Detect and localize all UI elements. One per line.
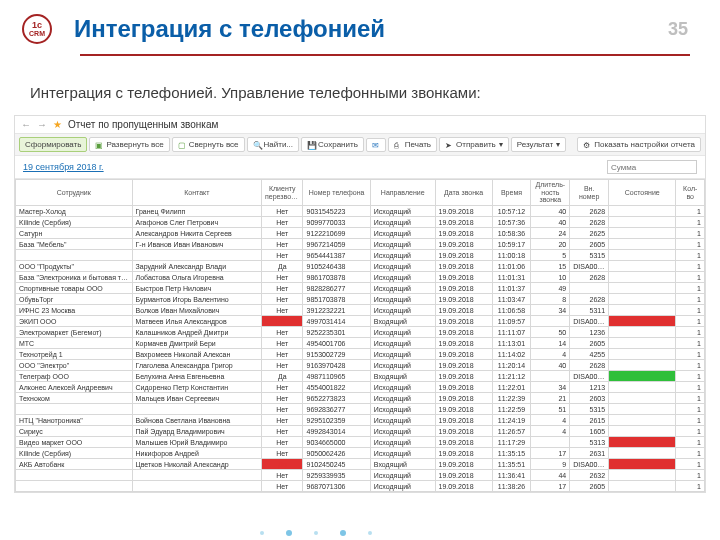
cell: 9153002729 (303, 349, 370, 360)
cell: Цветков Николай Александр (132, 459, 262, 470)
mail-button[interactable]: ✉ (366, 138, 386, 152)
result-button[interactable]: Результат ▾ (511, 137, 566, 152)
table-row[interactable]: Телеграф ОООБелухина Анна ЕвгеньевнаДа49… (16, 371, 705, 382)
logo: 1c CRM (22, 14, 52, 44)
table-row[interactable]: НТЦ "Нанотроника"Войнова Светлана Иванов… (16, 415, 705, 426)
cell: 1 (676, 360, 705, 371)
cell: 9034665000 (303, 437, 370, 448)
table-row[interactable]: Технотрейд 1Вахромеев Николай АлексанНет… (16, 349, 705, 360)
cell (609, 250, 676, 261)
cell: 19.09.2018 (435, 283, 492, 294)
table-row[interactable]: Мастер-ХолодГранец ФилиппНет9031545223Ис… (16, 206, 705, 217)
cell: Исходящий (370, 470, 435, 481)
cell: Глаголева Александра Григор (132, 360, 262, 371)
cell (609, 448, 676, 459)
table-row[interactable]: Нет9654441387Исходящий19.09.201811:00:18… (16, 250, 705, 261)
table-row[interactable]: ИФНС 23 МоскваВолков Иван МихайловичНет3… (16, 305, 705, 316)
collapse-all-button[interactable]: ▢Свернуть все (172, 137, 245, 152)
table-row[interactable]: АКБ АвтобанкЦветков Николай АлександрДа9… (16, 459, 705, 470)
cell: 3912232221 (303, 305, 370, 316)
cell: 2605 (570, 338, 609, 349)
cell: 11:24:19 (492, 415, 531, 426)
form-button[interactable]: Сформировать (19, 137, 87, 152)
table-row[interactable]: База "Мебель"Г-н Иванов Иван ИвановичНет… (16, 239, 705, 250)
cell: 9295102359 (303, 415, 370, 426)
table-row[interactable]: Kilinde (Сербия)Никифоров АндрейНет90500… (16, 448, 705, 459)
forward-icon[interactable]: → (37, 119, 47, 130)
back-icon[interactable]: ← (21, 119, 31, 130)
cell: Исходящий (370, 261, 435, 272)
table-row[interactable]: СириусПай Эдуард ВладимировичНет49928430… (16, 426, 705, 437)
save-button[interactable]: 💾Сохранить (301, 137, 364, 152)
cell (609, 305, 676, 316)
table-row[interactable]: Электромаркет (Бегемот)Калашников Андрей… (16, 327, 705, 338)
cell: 11:22:39 (492, 393, 531, 404)
find-button[interactable]: 🔍Найти... (247, 137, 300, 152)
table-row[interactable]: База "Электроника и бытовая техника"Лоба… (16, 272, 705, 283)
cell: 34 (531, 382, 570, 393)
cell: 1 (676, 470, 705, 481)
cell: Да (262, 459, 303, 470)
cell: Исходящий (370, 228, 435, 239)
cell (531, 371, 570, 382)
col-callback: Клиенту перезвонили (262, 180, 303, 206)
table-row[interactable]: Видео маркет ОООМалышев Юрий ВладимироНе… (16, 437, 705, 448)
table-row[interactable]: Kilinde (Сербия)Агафонов Слег ПетровичНе… (16, 217, 705, 228)
cell: Пай Эдуард Владимирович (132, 426, 262, 437)
cell: DISA0001 (570, 459, 609, 470)
cell: 19.09.2018 (435, 250, 492, 261)
show-settings-button[interactable]: ⚙Показать настройки отчета (577, 137, 701, 152)
cell (609, 426, 676, 437)
table-header-row: Сотрудник Контакт Клиенту перезвонили Но… (16, 180, 705, 206)
send-button[interactable]: ➤Отправить ▾ (439, 137, 509, 152)
cell: 4255 (570, 349, 609, 360)
cell: Нет (262, 316, 303, 327)
cell (132, 470, 262, 481)
table-row[interactable]: Нет9687071306Исходящий19.09.201811:38:26… (16, 481, 705, 492)
table-row[interactable]: Спортивные товары ОООБыстров Петр Нилови… (16, 283, 705, 294)
table-row[interactable]: СатурнАлександров Никита СергеевНет91222… (16, 228, 705, 239)
parameter-bar: 19 сентября 2018 г. (15, 156, 705, 179)
expand-all-button[interactable]: ▣Развернуть все (89, 137, 169, 152)
cell: 34 (531, 305, 570, 316)
table-row[interactable]: Нет9692836277Исходящий19.09.201811:22:59… (16, 404, 705, 415)
cell: 20 (531, 239, 570, 250)
logo-text-top: 1c (32, 21, 42, 30)
cell: 11:38:26 (492, 481, 531, 492)
cell: 19.09.2018 (435, 272, 492, 283)
cell: 9851703878 (303, 294, 370, 305)
cell: 4 (531, 349, 570, 360)
cell: Технотрейд 1 (16, 349, 133, 360)
cell: 4 (531, 415, 570, 426)
cell: 11:03:47 (492, 294, 531, 305)
cell: 9692836277 (303, 404, 370, 415)
logo-text-bot: CRM (29, 30, 45, 37)
table-row[interactable]: ЭКИП ОООМатвеев Илья АлександровНет49970… (16, 316, 705, 327)
table-row[interactable]: ООО "Продукты"Зарудний Александр ВладиДа… (16, 261, 705, 272)
table-row[interactable]: МТСКормачев Дмитрий БериНет4954001706Исх… (16, 338, 705, 349)
cell (531, 437, 570, 448)
cell: 11:11:07 (492, 327, 531, 338)
sum-input[interactable] (607, 160, 697, 174)
table-row[interactable]: ОбувьТоргБурмантов Игорь ВалентиноНет985… (16, 294, 705, 305)
cell: 19.09.2018 (435, 349, 492, 360)
star-icon[interactable]: ★ (53, 119, 62, 130)
report-date-link[interactable]: 19 сентября 2018 г. (23, 162, 104, 172)
cell: 1 (676, 481, 705, 492)
cell: 2631 (570, 448, 609, 459)
cell: 4987110965 (303, 371, 370, 382)
cell: 5 (531, 250, 570, 261)
table-row[interactable]: ООО "Электро"Глаголева Александра Григор… (16, 360, 705, 371)
table-row[interactable]: ТехнокомМальцев Иван СергеевичНет9652273… (16, 393, 705, 404)
cell: Сидоренко Петр Константин (132, 382, 262, 393)
table-row[interactable]: Алконес Алексей АндреевичСидоренко Петр … (16, 382, 705, 393)
cell (609, 283, 676, 294)
cell: Нет (262, 448, 303, 459)
cell: 1 (676, 272, 705, 283)
print-icon: ⎙ (394, 141, 402, 149)
print-button[interactable]: ⎙Печать (388, 137, 437, 152)
cell: 11:22:59 (492, 404, 531, 415)
table-row[interactable]: Нет9259339935Исходящий19.09.201811:36:41… (16, 470, 705, 481)
cell: Исходящий (370, 217, 435, 228)
cell: 1 (676, 283, 705, 294)
